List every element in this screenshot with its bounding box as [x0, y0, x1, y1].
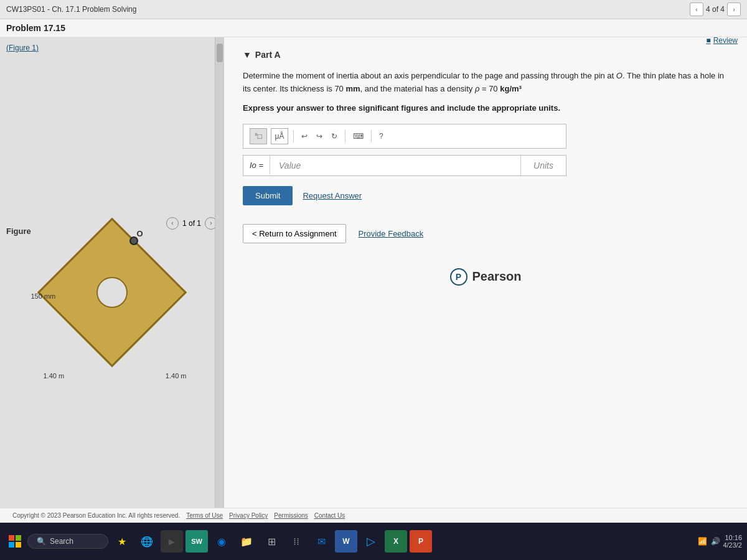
part-a-header: ▼ Part A	[243, 50, 728, 60]
footer-bar: Copyright © 2023 Pearson Education Inc. …	[0, 508, 747, 523]
review-label: Review	[713, 36, 738, 45]
answer-toolbar: °□ μÅ ↩ ↪ ↻ ⌨ ?	[243, 124, 566, 149]
pearson-logo-letter: P	[456, 272, 461, 282]
taskbar-app-ppt[interactable]: P	[410, 530, 432, 553]
review-link[interactable]: ■ Review	[706, 36, 738, 45]
taskbar-app-star[interactable]: ★	[111, 530, 133, 553]
taskbar-app-excel[interactable]: X	[385, 530, 407, 553]
pearson-name: Pearson	[472, 269, 522, 284]
volume-icon: 🔊	[711, 537, 720, 546]
svg-rect-0	[9, 535, 14, 541]
breadcrumb: CW13PS01 - Ch. 17.1 Problem Solving	[6, 5, 136, 14]
answer-input-row: Io = Value Units	[243, 155, 566, 176]
pearson-logo: P	[450, 268, 467, 286]
taskbar-app-sw[interactable]: SW	[186, 530, 208, 553]
taskbar-app-grid[interactable]: ⊞	[260, 530, 283, 553]
return-btn[interactable]: < Return to Assignment	[243, 224, 346, 243]
main-content: (Figure 1) Figure ‹ 1 of 1 › O 150 m	[0, 37, 747, 510]
left-panel: (Figure 1) Figure ‹ 1 of 1 › O 150 m	[0, 37, 224, 510]
search-label: Search	[50, 537, 73, 546]
submit-btn[interactable]: Submit	[243, 186, 293, 205]
request-answer-btn[interactable]: Request Answer	[303, 191, 362, 200]
footer-terms[interactable]: Terms of Use	[186, 512, 223, 519]
taskbar-app-folder[interactable]: 📁	[235, 530, 258, 553]
taskbar-app-mail[interactable]: ✉	[310, 530, 332, 553]
answer-label: Io =	[243, 156, 270, 175]
undo-btn[interactable]: ↩	[299, 131, 310, 142]
prev-problem-btn[interactable]: ‹	[690, 2, 703, 16]
taskbar-app-video[interactable]: ▶	[161, 530, 183, 553]
wifi-icon: 📶	[698, 537, 707, 546]
taskbar-clock: 10:16 4/23/2	[723, 534, 742, 549]
significant-fig-note: Express your answer to three significant…	[243, 103, 728, 113]
figure-area: O 150 mm 1.40 m 1.40 m	[0, 37, 223, 510]
pearson-branding: P Pearson	[243, 268, 728, 286]
left-scrollbar[interactable]	[215, 37, 223, 510]
toolbar-separator-1	[293, 130, 294, 142]
taskbar-app-word[interactable]: W	[335, 530, 357, 553]
dim-140m-right: 1.40 m	[166, 372, 187, 380]
pin-o-label: O	[137, 229, 143, 238]
redo-btn[interactable]: ↪	[314, 131, 325, 142]
dim-140m-left: 1.40 m	[44, 372, 65, 380]
taskbar-app-dots[interactable]: ⁞⁞	[285, 530, 308, 553]
clock-time: 10:16	[723, 534, 742, 541]
nav-count: 4 of 4	[706, 5, 725, 14]
diamond-container: O 150 mm 1.40 m 1.40 m	[37, 218, 187, 367]
nav-arrow-group: ‹ 4 of 4 ›	[690, 2, 741, 16]
dim-150mm: 150 mm	[31, 292, 56, 300]
footer-permissions[interactable]: Permissions	[274, 512, 308, 519]
footer-privacy[interactable]: Privacy Policy	[229, 512, 268, 519]
toolbar-separator-2	[345, 130, 345, 142]
toolbar-separator-3	[371, 130, 372, 142]
svg-rect-2	[9, 542, 14, 548]
scrollbar-thumb	[217, 44, 223, 62]
toolbar-btn-matrix[interactable]: °□	[250, 128, 267, 144]
answer-value-input[interactable]: Value	[270, 156, 521, 175]
clock-date: 4/23/2	[723, 541, 742, 549]
svg-rect-3	[16, 542, 21, 548]
problem-text: Determine the moment of inertia about an…	[243, 70, 728, 96]
taskbar-sys-icons: 📶 🔊	[698, 537, 720, 546]
return-section: < Return to Assignment Provide Feedback	[243, 224, 728, 243]
part-a-collapse-btn[interactable]: ▼	[243, 50, 251, 60]
taskbar-app-browser[interactable]: 🌐	[136, 530, 158, 553]
mu-icon: μÅ	[275, 132, 284, 141]
footer-contact[interactable]: Contact Us	[314, 512, 345, 519]
svg-rect-1	[16, 535, 21, 541]
right-panel: ▼ Part A Determine the moment of inertia…	[224, 37, 747, 510]
part-a-title: Part A	[255, 50, 281, 60]
feedback-link[interactable]: Provide Feedback	[359, 229, 424, 238]
toolbar-btn-mu[interactable]: μÅ	[271, 128, 288, 144]
review-icon: ■	[706, 36, 710, 45]
taskbar-app-play[interactable]: ▷	[360, 530, 382, 553]
footer-copyright: Copyright © 2023 Pearson Education Inc. …	[12, 512, 180, 519]
taskbar: 🔍 Search ★ 🌐 ▶ SW ◉ 📁 ⊞ ⁞⁞ ✉ W ▷ X P 📶 🔊…	[0, 523, 747, 560]
taskbar-search[interactable]: 🔍 Search	[27, 534, 108, 549]
diamond-hole	[96, 277, 128, 308]
breadcrumb-bar: CW13PS01 - Ch. 17.1 Problem Solving ‹ 4 …	[0, 0, 747, 19]
taskbar-app-edge[interactable]: ◉	[210, 530, 233, 553]
answer-units-input[interactable]: Units	[521, 156, 566, 175]
answer-units-placeholder: Units	[533, 161, 553, 170]
next-problem-btn[interactable]: ›	[727, 2, 741, 16]
problem-title: Problem 17.15	[0, 19, 747, 37]
answer-value-placeholder: Value	[279, 161, 301, 170]
nav-controls: ‹ 4 of 4 ›	[690, 2, 741, 16]
action-buttons: Submit Request Answer	[243, 186, 728, 205]
matrix-icon: °□	[255, 132, 262, 141]
start-btn[interactable]	[5, 531, 25, 551]
keyboard-btn[interactable]: ⌨	[350, 131, 366, 142]
help-btn[interactable]: ?	[377, 131, 386, 142]
refresh-btn[interactable]: ↻	[329, 131, 340, 142]
search-icon: 🔍	[37, 537, 46, 546]
